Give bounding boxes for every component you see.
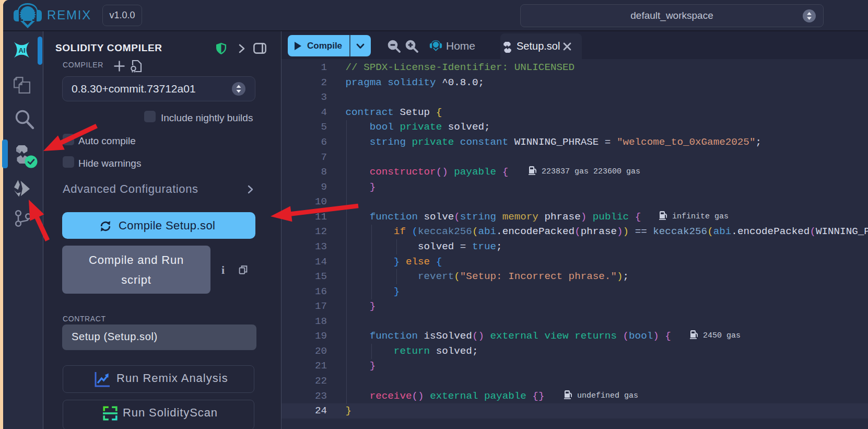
svg-text:AI: AI	[19, 47, 26, 54]
